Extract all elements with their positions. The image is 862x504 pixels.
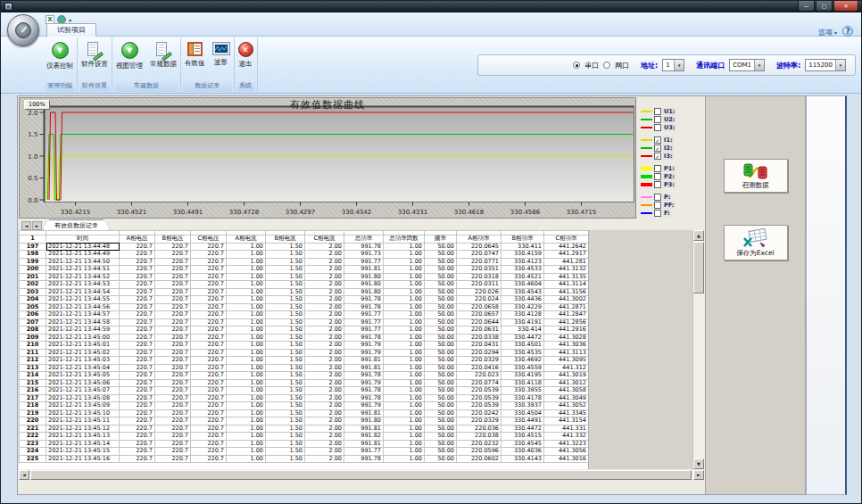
cell[interactable]: 50.00 [425, 409, 457, 417]
cell[interactable]: 50.00 [425, 296, 457, 304]
vertical-scrollbar[interactable]: ▲ ▼ [692, 230, 704, 469]
cell[interactable]: 991.81 [344, 266, 384, 274]
cell[interactable]: 220.7 [155, 318, 191, 326]
cell[interactable]: 1.00 [227, 409, 266, 417]
cell[interactable]: 991.81 [344, 357, 384, 365]
cell[interactable]: 1.50 [266, 303, 305, 311]
cell[interactable]: 1.00 [227, 433, 266, 441]
cell[interactable]: 441.2856 [544, 318, 589, 326]
cell[interactable]: 1.00 [384, 417, 425, 426]
table-row[interactable]: 2182021-12-21 13:45:09220.7220.7220.71.0… [20, 402, 589, 410]
cell[interactable]: 2021-12-21 13:44:51 [46, 266, 120, 274]
table-row[interactable]: 1972021-12-21 13:44:48220.7220.7220.71.0… [20, 243, 589, 251]
cell[interactable]: 2021-12-21 13:45:09 [46, 402, 120, 410]
cell[interactable]: 441.3019 [544, 372, 589, 380]
cell[interactable]: 1.00 [384, 273, 425, 281]
cell[interactable]: 1.00 [227, 303, 266, 311]
cell[interactable]: 222 [20, 433, 46, 441]
cell[interactable]: 220.7 [120, 273, 155, 281]
cell[interactable]: 50.00 [425, 402, 457, 410]
cell[interactable]: 216 [20, 387, 46, 395]
legend-checkbox-P[interactable] [654, 194, 661, 201]
cell[interactable]: 220.7 [191, 273, 227, 281]
cell[interactable]: 199 [20, 258, 46, 266]
cell[interactable]: 220.7 [155, 258, 191, 266]
cell[interactable]: 220.7 [191, 311, 227, 319]
cell[interactable]: 441.2917 [544, 251, 589, 259]
cell[interactable]: 441.3012 [544, 379, 589, 387]
cell[interactable]: 330.4515 [501, 433, 544, 441]
cell[interactable]: 1.00 [384, 296, 425, 304]
cell[interactable]: 2021-12-21 13:45:06 [46, 379, 120, 387]
tab-rms-data-record[interactable]: 有效值数据记录 [43, 219, 110, 230]
cell[interactable]: 441.332 [544, 433, 589, 441]
cell[interactable]: 2.00 [305, 440, 344, 448]
cell[interactable]: 1.00 [227, 311, 266, 319]
legend-checkbox-U2[interactable] [654, 116, 661, 123]
cell[interactable]: 2.00 [305, 273, 344, 281]
cell[interactable]: 441.281 [544, 258, 589, 266]
table-row[interactable]: 2222021-12-21 13:45:13220.7220.7220.71.0… [20, 433, 589, 441]
cell[interactable]: 220.0658 [457, 303, 501, 311]
tab-scroll-right-icon[interactable]: ► [32, 221, 42, 230]
cell[interactable]: 220.7 [155, 364, 191, 372]
cell[interactable]: 991.73 [344, 251, 384, 259]
cell[interactable]: 220.7 [191, 326, 227, 335]
cell[interactable]: 991.80 [344, 288, 384, 296]
cell[interactable]: 1.00 [384, 288, 425, 296]
table-row[interactable]: 2042021-12-21 13:44:55220.7220.7220.71.0… [20, 296, 589, 304]
cell[interactable]: 2.00 [305, 342, 344, 350]
cell[interactable]: 1.00 [384, 251, 425, 259]
cell[interactable]: 441.3002 [544, 296, 589, 304]
cell[interactable]: 220.7 [120, 311, 155, 319]
table-row[interactable]: 2092021-12-21 13:45:00220.7220.7220.71.0… [20, 334, 589, 342]
cell[interactable]: 50.00 [425, 258, 457, 266]
cell[interactable]: 220.7 [191, 349, 227, 357]
cell[interactable]: 2.00 [305, 258, 344, 266]
cell[interactable]: 220.7 [155, 394, 191, 402]
cell[interactable]: 2021-12-21 13:44:53 [46, 281, 120, 289]
cell[interactable]: 1.00 [227, 425, 266, 433]
cell[interactable]: 2021-12-21 13:45:07 [46, 387, 120, 395]
cell[interactable]: 1.00 [384, 258, 425, 266]
cell[interactable]: 210 [20, 342, 46, 350]
cell[interactable]: 220.0329 [457, 357, 501, 365]
cell[interactable]: 330.4229 [501, 303, 544, 311]
cell[interactable]: 991.81 [344, 425, 384, 433]
scroll-down-icon[interactable]: ▼ [693, 459, 704, 469]
cell[interactable]: 220.7 [191, 372, 227, 380]
table-row[interactable]: 2022021-12-21 13:44:53220.7220.7220.71.0… [20, 281, 589, 289]
cell[interactable]: 1.50 [266, 402, 305, 410]
cell[interactable]: 220.0351 [457, 266, 501, 274]
table-row[interactable]: 2052021-12-21 13:44:56220.7220.7220.71.0… [20, 303, 589, 311]
cell[interactable]: 2021-12-21 13:45:10 [46, 409, 120, 417]
cell[interactable]: 1.00 [384, 409, 425, 417]
chevron-down-icon[interactable]: ▾ [754, 60, 764, 70]
legend-checkbox-I1[interactable]: ✓ [654, 136, 661, 144]
cell[interactable]: 2.00 [305, 281, 344, 289]
cell[interactable]: 219 [20, 409, 46, 417]
cell[interactable]: 2.00 [305, 311, 344, 319]
cell[interactable]: 220.7 [191, 281, 227, 289]
cell[interactable]: 1.00 [227, 448, 266, 456]
legend-checkbox-I2[interactable]: ✓ [654, 145, 661, 152]
cell[interactable]: 201 [20, 273, 46, 281]
cell[interactable]: 220.7 [155, 417, 191, 426]
cell[interactable]: 1.50 [266, 342, 305, 350]
cell[interactable]: 1.50 [266, 455, 305, 463]
cell[interactable]: 220.0774 [457, 379, 501, 387]
cell[interactable]: 220.7 [191, 425, 227, 433]
cell[interactable]: 2021-12-21 13:45:15 [46, 448, 120, 456]
cell[interactable]: 220.7 [120, 455, 155, 463]
cell[interactable]: 2.00 [305, 409, 344, 417]
cell[interactable]: 991.77 [344, 318, 384, 326]
cell[interactable]: 2.00 [305, 364, 344, 372]
cell[interactable]: 441.331 [544, 425, 589, 433]
cell[interactable]: 220.7 [155, 251, 191, 259]
cell[interactable]: 1.50 [266, 296, 305, 304]
cell[interactable]: 220.024 [457, 296, 501, 304]
cell[interactable]: 1.50 [266, 448, 305, 456]
cell[interactable]: 330.4143 [501, 455, 544, 463]
cell[interactable]: 441.3049 [544, 394, 589, 402]
cell[interactable]: 1.50 [266, 318, 305, 326]
